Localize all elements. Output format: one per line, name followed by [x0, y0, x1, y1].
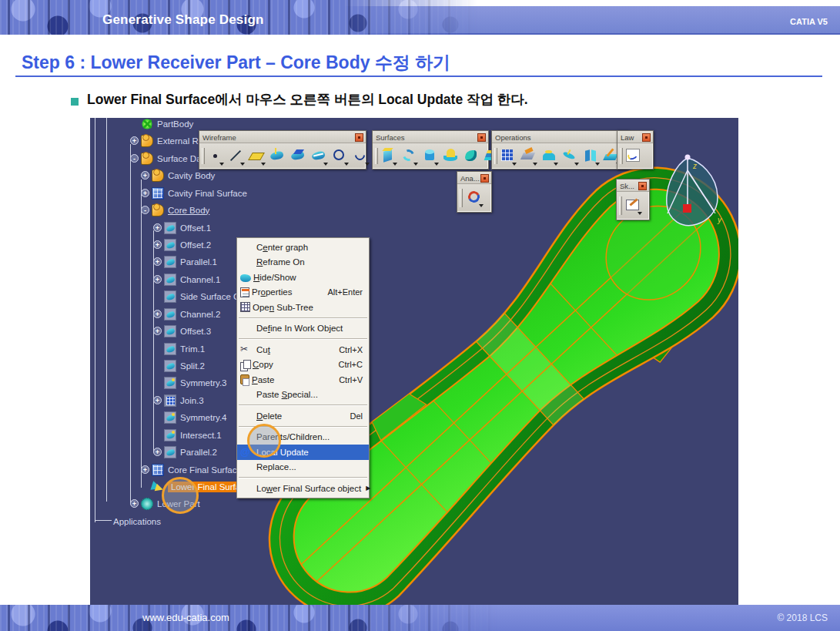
- healing-icon[interactable]: [540, 146, 558, 165]
- dropdown-arrow-icon[interactable]: [413, 163, 418, 166]
- revolve-icon[interactable]: [400, 146, 418, 165]
- tree-expander[interactable]: +: [153, 223, 162, 232]
- plane-icon[interactable]: [247, 146, 266, 165]
- dropdown-arrow-icon[interactable]: [393, 163, 397, 166]
- tree-expander[interactable]: +: [141, 189, 149, 197]
- menu-item-replace[interactable]: Replace...: [237, 460, 369, 475]
- tree-item-surface-dat[interactable]: -Surface Dat: [130, 150, 204, 166]
- tree-item-channel-1[interactable]: +Channel.1: [153, 271, 220, 287]
- tree-expander[interactable]: +: [153, 257, 162, 266]
- dropdown-arrow-icon[interactable]: [595, 163, 600, 166]
- dropdown-arrow-icon[interactable]: [512, 163, 517, 166]
- tree-expander[interactable]: +: [153, 448, 162, 456]
- tree-item-cavity-body[interactable]: +Cavity Body: [141, 167, 215, 183]
- menu-item-copy[interactable]: CopyCtrl+C: [237, 357, 369, 373]
- dropdown-arrow-icon[interactable]: [323, 163, 328, 166]
- tree-item-symmetry-3[interactable]: Symmetry.3: [153, 374, 227, 391]
- connect-checker-icon[interactable]: [465, 188, 484, 206]
- compass-anchor[interactable]: [683, 204, 691, 213]
- tree-expander[interactable]: +: [130, 136, 139, 145]
- dropdown-arrow-icon[interactable]: [479, 204, 484, 207]
- corner-icon[interactable]: [351, 146, 370, 165]
- tree-item-join-3[interactable]: +Join.3: [153, 392, 204, 408]
- menu-item-cut[interactable]: ✂CutCtrl+X: [237, 342, 369, 357]
- compass-free-rotation-handle[interactable]: [685, 155, 691, 160]
- circle-icon[interactable]: [330, 146, 349, 165]
- tree-item-applications[interactable]: Applications: [113, 513, 161, 529]
- tree-expander[interactable]: -: [141, 206, 149, 214]
- close-icon[interactable]: [355, 133, 363, 142]
- toolbar-titlebar[interactable]: Surfaces: [373, 131, 488, 143]
- tree-expander[interactable]: +: [153, 396, 162, 404]
- toolbar-titlebar[interactable]: Wireframe: [199, 131, 366, 143]
- tree-item-split-2[interactable]: Split.2: [153, 357, 205, 374]
- dropdown-arrow-icon[interactable]: [574, 163, 579, 166]
- toolbar-titlebar[interactable]: Ana...: [457, 172, 491, 183]
- dropdown-arrow-icon[interactable]: [344, 163, 349, 166]
- tree-item-core-final-surface[interactable]: +Core Final Surface: [141, 462, 242, 478]
- tree-expander[interactable]: +: [153, 310, 162, 318]
- tree-expander[interactable]: +: [153, 275, 162, 284]
- tree-item-external-re[interactable]: +External Re: [130, 133, 203, 149]
- boundary-icon[interactable]: [561, 146, 579, 165]
- tree-item-partbody[interactable]: PartBody: [130, 118, 193, 132]
- close-icon[interactable]: [638, 182, 647, 190]
- dropdown-arrow-icon[interactable]: [219, 163, 224, 166]
- tree-expander[interactable]: +: [141, 465, 149, 474]
- menu-item-paste-special[interactable]: Paste Special...: [237, 388, 369, 403]
- dropdown-arrow-icon[interactable]: [434, 163, 439, 166]
- tree-item-offset-1[interactable]: +Offset.1: [153, 220, 211, 236]
- reflect-line-icon[interactable]: [310, 146, 328, 165]
- sweep-icon[interactable]: [441, 146, 460, 165]
- line-icon[interactable]: [226, 146, 245, 165]
- offset-surface-icon[interactable]: [420, 146, 439, 165]
- dropdown-arrow-icon[interactable]: [638, 212, 642, 215]
- tree-item-cavity-final-surface[interactable]: +Cavity Final Surface: [141, 185, 247, 201]
- tree-expander[interactable]: +: [153, 240, 162, 249]
- dropdown-arrow-icon[interactable]: [365, 163, 370, 166]
- menu-item-define-in-work-object[interactable]: Define In Work Object: [237, 321, 369, 337]
- tree-item-trim-1[interactable]: Trim.1: [153, 341, 205, 357]
- tree-item-parallel-1[interactable]: +Parallel.1: [153, 253, 217, 270]
- fill-icon[interactable]: [462, 146, 480, 165]
- menu-item-center-graph[interactable]: Center graph: [237, 240, 369, 255]
- tree-item-offset-2[interactable]: +Offset.2: [153, 237, 211, 253]
- dropdown-arrow-icon[interactable]: [240, 163, 245, 166]
- tree-expander[interactable]: +: [153, 327, 162, 335]
- tree-item-intersect-1[interactable]: Intersect.1: [153, 427, 222, 443]
- extrude-icon[interactable]: [379, 146, 397, 165]
- join-icon[interactable]: [498, 146, 517, 165]
- tree-item-parallel-2[interactable]: +Parallel.2: [153, 444, 217, 460]
- point-icon[interactable]: [206, 146, 224, 165]
- split-icon[interactable]: [519, 146, 537, 165]
- sketcher-icon[interactable]: [624, 196, 642, 214]
- menu-item-hide-show[interactable]: Hide/Show: [237, 270, 369, 285]
- close-icon[interactable]: [477, 133, 486, 142]
- tree-item-symmetry-4[interactable]: Symmetry.4: [153, 409, 227, 425]
- menu-item-delete[interactable]: DeleteDel: [237, 408, 369, 424]
- tree-item-side-surface-gu[interactable]: Side Surface Gu: [153, 288, 245, 304]
- tree-expander[interactable]: +: [130, 499, 139, 508]
- close-icon[interactable]: [480, 174, 489, 183]
- tree-expander[interactable]: -: [130, 154, 139, 163]
- toolbar-titlebar[interactable]: Operations: [492, 131, 627, 143]
- toolbar-titlebar[interactable]: Law: [617, 131, 653, 143]
- menu-item-lower-final-surface-object[interactable]: Lower Final Surface object▶: [237, 481, 369, 496]
- dropdown-arrow-icon[interactable]: [554, 163, 558, 166]
- law-icon[interactable]: [624, 146, 642, 165]
- menu-item-reframe-on[interactable]: Reframe On: [237, 255, 369, 270]
- menu-item-open-sub-tree[interactable]: Open Sub-Tree: [237, 300, 369, 315]
- website-link[interactable]: www.edu-catia.com: [142, 612, 229, 623]
- tree-item-offset-3[interactable]: +Offset.3: [153, 323, 211, 339]
- tree-item-channel-2[interactable]: +Channel.2: [153, 306, 220, 322]
- toolbar-titlebar[interactable]: Sk...: [617, 180, 649, 191]
- menu-item-properties[interactable]: PropertiesAlt+Enter: [237, 285, 369, 300]
- close-icon[interactable]: [642, 133, 651, 142]
- trim-icon[interactable]: [581, 146, 600, 165]
- dropdown-arrow-icon[interactable]: [261, 163, 266, 166]
- intersection-icon[interactable]: [289, 146, 307, 165]
- menu-item-paste[interactable]: PasteCtrl+V: [237, 372, 369, 388]
- tree-item-core-body[interactable]: -Core Body: [141, 202, 209, 218]
- dropdown-arrow-icon[interactable]: [533, 163, 537, 166]
- tree-expander[interactable]: +: [141, 171, 149, 180]
